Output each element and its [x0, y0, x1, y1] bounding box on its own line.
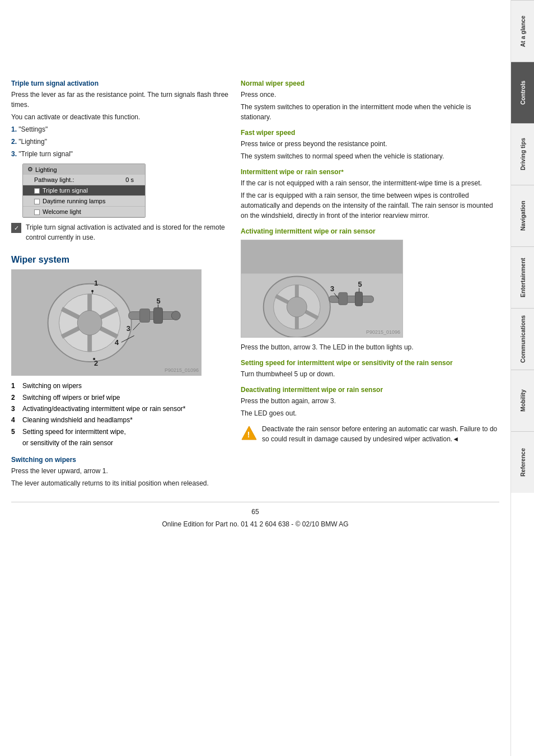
- svg-text:5: 5: [358, 280, 362, 288]
- sidebar-tab-at-a-glance-label: At a glance: [519, 15, 526, 46]
- step-2: 2. "Lighting": [11, 137, 229, 147]
- svg-point-28: [287, 297, 307, 317]
- wiper-system-title: Wiper system: [11, 255, 229, 265]
- page-number: 65: [11, 507, 499, 517]
- svg-text:3: 3: [127, 324, 130, 333]
- svg-text:2: 2: [94, 359, 98, 367]
- fast-wiper-para1: Press twice or press beyond the resistan…: [241, 139, 499, 149]
- triple-turn-title: Triple turn signal activation: [11, 80, 229, 87]
- svg-rect-29: [329, 296, 373, 302]
- sidebar-tab-navigation-label: Navigation: [519, 201, 526, 231]
- sidebar-tab-reference-label: Reference: [519, 448, 526, 477]
- switching-on-para2: The lever automatically returns to its i…: [11, 478, 229, 488]
- callout-list: 1Switching on wipers 2Switching off wipe…: [11, 380, 229, 449]
- sidebar-tab-controls-label: Controls: [519, 81, 526, 105]
- callout-1: 1Switching on wipers: [11, 380, 229, 391]
- sidebar-tab-mobility-label: Mobility: [519, 390, 526, 412]
- checkmark-note-text: Triple turn signal activation is activat…: [26, 222, 229, 242]
- footer-text: Online Edition for Part no. 01 41 2 604 …: [11, 519, 499, 529]
- svg-point-15: [93, 358, 95, 360]
- sidebar-tab-navigation[interactable]: Navigation: [511, 185, 535, 246]
- svg-text:1: 1: [94, 279, 98, 287]
- setting-speed-para1: Turn thumbwheel 5 up or down.: [241, 369, 499, 379]
- deactivating-para1: Press the button again, arrow 3.: [241, 396, 499, 406]
- sidebar-tab-reference[interactable]: Reference: [511, 431, 535, 493]
- menu-item-pathway-label: Pathway light.:: [34, 176, 74, 183]
- callout-4: 4Cleaning windshield and headlamps*: [11, 414, 229, 426]
- rain-sensor-diagram: 5 3 P90215_01096: [241, 240, 403, 338]
- svg-text:!: !: [247, 430, 250, 439]
- fast-wiper-para2: The system switches to normal speed when…: [241, 151, 499, 161]
- activating-title: Activating intermittent wipe or rain sen…: [241, 227, 499, 235]
- callout-3: 3Activating/deactivating intermittent wi…: [11, 403, 229, 414]
- sidebar-tab-at-a-glance[interactable]: At a glance: [511, 0, 535, 62]
- intermittent-title: Intermittent wipe or rain sensor*: [241, 168, 499, 176]
- main-content: Triple turn signal activation Press the …: [0, 0, 510, 756]
- menu-item-daytime: Daytime running lamps: [23, 196, 145, 207]
- svg-rect-31: [355, 292, 363, 306]
- deactivating-title: Deactivating intermittent wipe or rain s…: [241, 386, 499, 394]
- switching-on-title: Switching on wipers: [11, 456, 229, 464]
- activating-para1: Press the button, arrow 3. The LED in th…: [241, 342, 499, 352]
- svg-text:3: 3: [330, 284, 334, 293]
- sidebar-tab-driving-tips[interactable]: Driving tips: [511, 123, 535, 185]
- lighting-menu: ⚙ Lighting Pathway light.: 0 s Triple tu…: [22, 164, 146, 218]
- menu-item-triple: Triple turn signal: [23, 185, 145, 196]
- normal-wiper-para2: The system switches to operation in the …: [241, 102, 499, 122]
- left-column: Triple turn signal activation Press the …: [11, 73, 229, 491]
- sidebar-tab-driving-tips-label: Driving tips: [519, 138, 526, 171]
- fast-wiper-title: Fast wiper speed: [241, 129, 499, 137]
- menu-item-pathway: Pathway light.: 0 s: [23, 175, 145, 185]
- sidebar-tab-communications[interactable]: Communications: [511, 308, 535, 370]
- checkmark-note: ✓ Triple turn signal activation is activ…: [11, 222, 229, 245]
- page-footer: 65 Online Edition for Part no. 01 41 2 6…: [11, 502, 499, 531]
- menu-item-pathway-value: 0 s: [125, 176, 134, 183]
- warning-triangle-icon: !: [241, 425, 257, 441]
- gear-icon: ⚙: [27, 166, 33, 173]
- switching-on-para1: Press the lever upward, arrow 1.: [11, 466, 229, 476]
- triple-turn-para1: Press the lever as far as the resistance…: [11, 90, 229, 110]
- svg-text:4: 4: [115, 338, 119, 347]
- callout-5: 5Setting speed for intermittent wipe,or …: [11, 426, 229, 449]
- step-3: 3. "Triple turn signal": [11, 149, 229, 159]
- callout-2: 2Switching off wipers or brief wipe: [11, 392, 229, 403]
- wiper-diagram: 1 2 3 4 5 P90215_01096: [11, 269, 202, 376]
- menu-item-welcome-label: Welcome light: [34, 208, 81, 215]
- menu-item-triple-label: Triple turn signal: [34, 187, 88, 194]
- sidebar-tab-entertainment[interactable]: Entertainment: [511, 246, 535, 308]
- setting-speed-title: Setting speed for intermittent wipe or s…: [241, 359, 499, 367]
- intermittent-para2: If the car is equipped with a rain senso…: [241, 190, 499, 221]
- image-watermark: P90215_01096: [165, 367, 199, 373]
- sidebar: At a glance Controls Driving tips Naviga…: [510, 0, 534, 756]
- svg-point-9: [171, 311, 180, 320]
- menu-item-daytime-label: Daytime running lamps: [34, 198, 106, 204]
- checkmark-icon: ✓: [11, 223, 21, 233]
- svg-text:5: 5: [156, 296, 160, 305]
- triple-turn-para2: You can activate or deactivate this func…: [11, 112, 229, 122]
- warning-note: ! Deactivate the rain sensor before ente…: [241, 424, 499, 446]
- menu-item-welcome: Welcome light: [23, 207, 145, 217]
- sidebar-tab-entertainment-label: Entertainment: [519, 258, 526, 297]
- menu-header-text: Lighting: [35, 166, 57, 173]
- svg-rect-30: [339, 292, 348, 305]
- right-column: Normal wiper speed Press once. The syste…: [241, 73, 499, 491]
- svg-rect-8: [140, 309, 150, 322]
- svg-point-6: [77, 310, 102, 335]
- deactivating-para2: The LED goes out.: [241, 408, 499, 418]
- step-1: 1. "Settings": [11, 124, 229, 134]
- sidebar-tab-communications-label: Communications: [519, 315, 526, 363]
- svg-rect-10: [153, 307, 162, 323]
- sidebar-tab-mobility[interactable]: Mobility: [511, 370, 535, 431]
- intermittent-para1: If the car is not equipped with a rain s…: [241, 178, 499, 188]
- menu-header: ⚙ Lighting: [23, 164, 145, 175]
- normal-wiper-title: Normal wiper speed: [241, 80, 499, 87]
- sidebar-tab-controls[interactable]: Controls: [511, 62, 535, 123]
- rain-sensor-watermark: P90215_01096: [366, 329, 400, 335]
- warning-text: Deactivate the rain sensor before enteri…: [262, 424, 499, 444]
- normal-wiper-para1: Press once.: [241, 90, 499, 100]
